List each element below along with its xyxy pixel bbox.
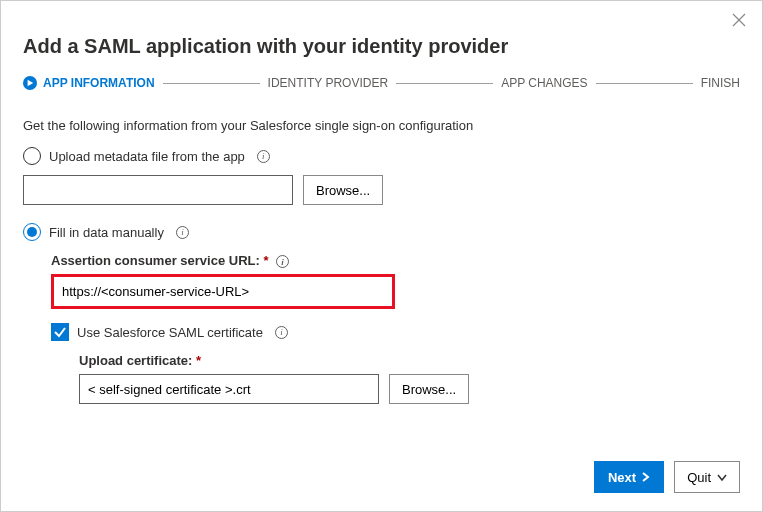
browse-certificate-button[interactable]: Browse... — [389, 374, 469, 404]
manual-fields: Assertion consumer service URL: * i Use … — [51, 253, 740, 404]
upload-cert-section: Upload certificate: * Browse... — [79, 353, 740, 404]
info-icon[interactable]: i — [276, 255, 289, 268]
option-upload-label: Upload metadata file from the app — [49, 149, 245, 164]
chevron-right-icon — [642, 470, 650, 485]
step-app-changes: APP CHANGES — [501, 76, 587, 90]
option-manual-label: Fill in data manually — [49, 225, 164, 240]
intro-text: Get the following information from your … — [23, 118, 740, 133]
checkbox-use-saml-cert[interactable] — [51, 323, 69, 341]
acs-url-input[interactable] — [54, 277, 392, 306]
info-icon[interactable]: i — [275, 326, 288, 339]
browse-metadata-button[interactable]: Browse... — [303, 175, 383, 205]
upload-cert-label: Upload certificate: * — [79, 353, 740, 368]
metadata-file-row: Browse... — [23, 175, 740, 205]
acs-url-label: Assertion consumer service URL: * i — [51, 253, 740, 268]
step-finish: FINISH — [701, 76, 740, 90]
step-identity-provider: IDENTITY PROVIDER — [268, 76, 388, 90]
next-button[interactable]: Next — [594, 461, 664, 493]
radio-fill-manually[interactable] — [23, 223, 41, 241]
step-divider — [396, 83, 493, 84]
saml-cert-label: Use Salesforce SAML certificate — [77, 325, 263, 340]
close-icon[interactable] — [732, 13, 748, 29]
play-icon — [23, 76, 37, 90]
step-divider — [596, 83, 693, 84]
radio-upload-metadata[interactable] — [23, 147, 41, 165]
dialog-title: Add a SAML application with your identit… — [23, 35, 740, 58]
option-upload-metadata: Upload metadata file from the app i — [23, 147, 740, 165]
metadata-file-field[interactable] — [23, 175, 293, 205]
step-divider — [163, 83, 260, 84]
option-fill-manually: Fill in data manually i — [23, 223, 740, 241]
quit-button[interactable]: Quit — [674, 461, 740, 493]
wizard-stepper: APP INFORMATION IDENTITY PROVIDER APP CH… — [23, 76, 740, 90]
certificate-input[interactable] — [79, 374, 379, 404]
saml-dialog: Add a SAML application with your identit… — [0, 0, 763, 512]
dialog-footer: Next Quit — [594, 461, 740, 493]
saml-cert-row: Use Salesforce SAML certificate i — [51, 323, 740, 341]
step-app-information: APP INFORMATION — [43, 76, 155, 90]
info-icon[interactable]: i — [257, 150, 270, 163]
chevron-down-icon — [717, 470, 727, 485]
acs-url-highlight — [51, 274, 395, 309]
info-icon[interactable]: i — [176, 226, 189, 239]
